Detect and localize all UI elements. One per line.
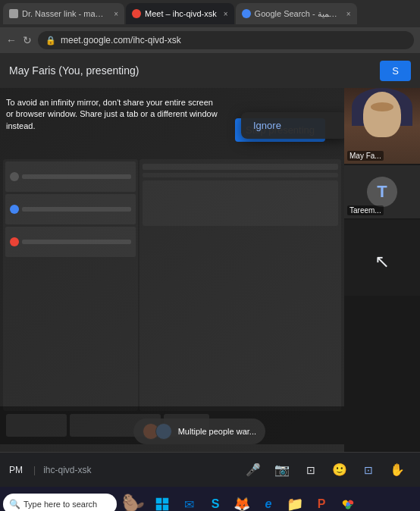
tab-1-close[interactable]: × (114, 10, 118, 18)
toolbar-mic-button[interactable]: 🎤 (240, 456, 267, 484)
preview-row (0, 156, 344, 414)
taskbar-icon-skype[interactable]: S (203, 492, 227, 511)
tab-1-label: Dr. Nasser link - maylg.1982@... (22, 9, 107, 18)
preview-icon-2 (10, 205, 19, 214)
cursor-icon: ↖ (375, 251, 390, 272)
notif-avatars (143, 423, 172, 440)
svg-rect-0 (156, 498, 162, 504)
taskbar-icon-chrome[interactable] (336, 492, 360, 511)
preview-col-1 (3, 159, 138, 411)
preview-text-3 (22, 240, 131, 244)
notif-avatar-2 (155, 423, 172, 440)
present-icon: ⊡ (364, 464, 373, 476)
tab-3[interactable]: Google Search - الأدوية الوهمية × (236, 3, 357, 24)
meet-header-title: May Faris (You, presenting) (9, 64, 139, 77)
tab-3-close[interactable]: × (346, 10, 351, 18)
taskbar: 🔍 Type here to search 🦫 ✉ S 🦊 e (0, 487, 420, 511)
warning-banner: To avoid an infinity mirror, don't share… (6, 97, 218, 132)
svg-rect-3 (163, 505, 169, 511)
tab-bar: Dr. Nasser link - maylg.1982@... × Meet … (0, 0, 420, 27)
url-text: meet.google.com/ihc-qivd-xsk (61, 35, 181, 45)
search-bar-text: Type here to search (24, 500, 97, 509)
svg-rect-2 (156, 505, 162, 511)
browser-window: Dr. Nasser link - maylg.1982@... × Meet … (0, 0, 420, 487)
toolbar-raise-button[interactable]: ✋ (384, 456, 411, 484)
participant-video-tareem: T Tareem... (344, 165, 420, 218)
captions-icon: ⊡ (306, 464, 315, 476)
screen-preview (0, 156, 344, 414)
popup-area: Ignore (241, 112, 344, 139)
tab-2-close[interactable]: × (224, 10, 228, 18)
toolbar-captions-button[interactable]: ⊡ (297, 456, 324, 484)
shared-screen-bg (0, 88, 344, 452)
ignore-button[interactable]: Ignore (241, 115, 344, 136)
reload-button[interactable]: ↻ (23, 34, 32, 46)
mic-icon: 🎤 (246, 462, 261, 477)
svg-rect-1 (163, 498, 169, 504)
toolbar-separator: | (33, 465, 36, 475)
taskbar-icon-files[interactable]: 📁 (283, 492, 307, 511)
search-bar[interactable]: 🔍 Type here to search (3, 494, 117, 511)
preview-text-2 (22, 207, 131, 212)
address-bar: ← ↻ 🔒 meet.google.com/ihc-qivd-xsk (0, 27, 420, 53)
participant-video-may: May Fa... (344, 88, 420, 164)
taskbar-icon-group: ✉ S 🦊 e 📁 P (150, 492, 360, 511)
main-content: To avoid an infinity mirror, don't share… (0, 88, 420, 452)
preview-icon-3 (10, 237, 19, 246)
may-head (363, 92, 401, 137)
preview-col-2 (139, 159, 341, 411)
taskbar-apps: 🦫 (121, 492, 146, 511)
camera-icon: 📷 (274, 462, 290, 477)
toolbar-camera-button[interactable]: 📷 (268, 456, 296, 484)
tab-3-label: Google Search - الأدوية الوهمية (255, 9, 340, 19)
taskbar-icon-capybara[interactable]: 🦫 (121, 492, 146, 511)
taskbar-icon-windows[interactable] (150, 492, 174, 511)
lock-icon: 🔒 (45, 36, 56, 45)
raise-icon: ✋ (390, 462, 405, 477)
meet-header-stop-button[interactable]: S (380, 61, 411, 81)
search-icon: 🔍 (9, 499, 20, 509)
back-button[interactable]: ← (6, 34, 17, 46)
svg-point-5 (346, 503, 350, 506)
participant-name-may: May Fa... (347, 151, 384, 161)
toolbar-icons: 🎤 📷 ⊡ 🙂 ⊡ ✋ (240, 456, 411, 484)
toolbar-time: PM (9, 465, 23, 475)
tab-2-label: Meet – ihc-qivd-xsk (145, 9, 217, 18)
preview-item-2 (5, 194, 136, 224)
preview-text (22, 174, 131, 179)
participant-name-tareem: Tareem... (347, 205, 384, 215)
sidebar-videos: May Fa... T Tareem... ↖ (344, 88, 420, 452)
meet-toolbar: PM | ihc-qivd-xsk 🎤 📷 ⊡ 🙂 ⊡ ✋ (0, 452, 420, 487)
toolbar-present-button[interactable]: ⊡ (355, 456, 382, 484)
emoji-icon: 🙂 (332, 462, 347, 477)
taskbar-icon-powerpoint[interactable]: P (309, 492, 334, 511)
tareem-avatar: T (367, 177, 397, 207)
taskbar-icon-firefox[interactable]: 🦊 (230, 492, 254, 511)
taskbar-icon-mail[interactable]: ✉ (177, 492, 201, 511)
notification-text: Multiple people war... (178, 427, 256, 436)
participant-video-third: ↖ (344, 220, 420, 296)
taskbar-icon-edge[interactable]: e (256, 492, 281, 511)
warning-text: To avoid an infinity mirror, don't share… (6, 98, 218, 130)
toolbar-meeting-id: ihc-qivd-xsk (43, 465, 91, 475)
toolbar-emoji-button[interactable]: 🙂 (326, 456, 353, 484)
preview-item (5, 161, 136, 192)
screen-share-area: To avoid an infinity mirror, don't share… (0, 88, 344, 452)
meet-header: May Faris (You, presenting) S (0, 53, 420, 88)
preview-item-3 (5, 227, 136, 257)
notification-bar[interactable]: Multiple people war... (133, 419, 265, 444)
tab-1[interactable]: Dr. Nasser link - maylg.1982@... × (3, 3, 124, 24)
preview-icon (10, 172, 19, 181)
url-bar[interactable]: 🔒 meet.google.com/ihc-qivd-xsk (38, 31, 414, 49)
tab-2[interactable]: Meet – ihc-qivd-xsk × (126, 3, 234, 24)
screen-el-1 (6, 414, 67, 437)
